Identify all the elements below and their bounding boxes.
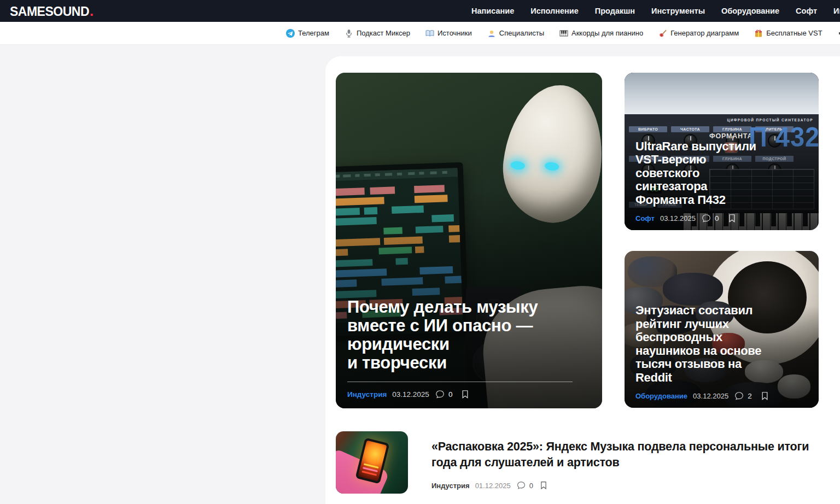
comment-count: 2	[748, 392, 752, 400]
quicklink-free-vst[interactable]: Бесплатные VST	[754, 29, 822, 38]
title-divider	[347, 382, 573, 382]
nav-item-oborudovanie[interactable]: Оборудование	[721, 7, 779, 15]
side-article-card-earbuds[interactable]: Энтузиаст составил рейтинг лучших беспро…	[625, 251, 819, 408]
list-article-thumbnail[interactable]	[336, 431, 408, 494]
nav-item-napisanie[interactable]: Написание	[471, 7, 514, 15]
nav-item-ispolnenie[interactable]: Исполнение	[530, 7, 579, 15]
list-article-title[interactable]: «Распаковка 2025»: Яндекс Музыка подвела…	[431, 439, 828, 471]
top-header: SAMESOUND . Написание Исполнение Продакш…	[0, 0, 840, 22]
comment-count: 0	[529, 482, 533, 490]
nav-item-instrumenty[interactable]: Инструменты	[651, 7, 705, 15]
comment-icon	[701, 213, 711, 224]
featured-article-meta: Индустрия 03.12.2025 0	[347, 389, 592, 400]
comments-link[interactable]: 0	[701, 213, 719, 224]
bookmark-icon	[727, 213, 737, 224]
gift-icon	[754, 29, 763, 38]
comment-icon	[734, 391, 744, 401]
category-link[interactable]: Оборудование	[635, 392, 687, 400]
site-logo[interactable]: SAMESOUND .	[10, 3, 94, 20]
quicklink-label: Бесплатные VST	[766, 29, 822, 37]
comments-link[interactable]: 2	[734, 391, 752, 401]
logo-text: SAMESOUND	[10, 4, 89, 19]
quicklink-sources[interactable]: Источники	[425, 29, 472, 38]
quicklink-label: Источники	[438, 29, 472, 37]
comments-link[interactable]: 0	[435, 389, 453, 400]
category-link[interactable]: Индустрия	[431, 482, 470, 490]
bookmark-button[interactable]	[460, 389, 470, 400]
quick-links-bar: Телеграм Подкаст Миксер Источники Специа…	[0, 22, 840, 45]
quicklink-sound-waves[interactable]: Изучаем звуковые волны	[838, 29, 840, 38]
side-article-meta: Софт 03.12.2025 0	[635, 213, 811, 224]
bookmark-button[interactable]	[727, 213, 737, 224]
specialist-icon	[487, 29, 496, 38]
microphone-icon	[345, 29, 353, 38]
quicklink-podcast[interactable]: Подкаст Миксер	[345, 29, 410, 38]
book-icon	[425, 29, 434, 38]
quicklink-label: Генератор диаграмм	[670, 29, 739, 37]
quicklink-label: Специалисты	[499, 29, 544, 37]
publish-date: 01.12.2025	[475, 482, 511, 490]
comment-icon	[516, 480, 526, 490]
publish-date: 03.12.2025	[693, 392, 728, 400]
main-nav: Написание Исполнение Продакшн Инструмент…	[471, 0, 840, 22]
comment-count: 0	[448, 390, 453, 398]
piano-icon	[559, 29, 568, 38]
bookmark-icon	[460, 389, 470, 400]
nav-item-prodakshn[interactable]: Продакшн	[595, 7, 635, 15]
bookmark-icon	[539, 480, 549, 490]
comment-count: 0	[715, 214, 719, 222]
logo-dot: .	[90, 3, 94, 20]
list-article-row: «Распаковка 2025»: Яндекс Музыка подвела…	[336, 431, 828, 504]
guitar-icon	[658, 29, 667, 38]
side-article-title[interactable]: Энтузиаст составил рейтинг лучших беспро…	[635, 304, 811, 384]
bookmark-button[interactable]	[539, 480, 549, 490]
quicklink-telegram[interactable]: Телеграм	[286, 29, 329, 38]
telegram-icon	[286, 29, 295, 38]
comment-icon	[435, 389, 445, 400]
category-link[interactable]: Индустрия	[347, 390, 387, 398]
quicklink-label: Подкаст Миксер	[357, 29, 410, 37]
featured-article-title[interactable]: Почему делать музыку вместе с ИИ опасно …	[347, 298, 592, 372]
side-article-meta: Оборудование 03.12.2025 2	[635, 391, 811, 401]
list-article-meta: Индустрия 01.12.2025 0	[431, 480, 828, 490]
featured-article-card[interactable]: Почему делать музыку вместе с ИИ опасно …	[336, 73, 602, 408]
publish-date: 03.12.2025	[392, 390, 429, 398]
nav-item-soft[interactable]: Софт	[796, 7, 817, 15]
side-article-card-synth[interactable]: ЦИФРОВОЙ ПРОСТЫЙ СИНТЕЗАТОР ВИБРАТО ЧАСТ…	[625, 73, 819, 230]
bookmark-button[interactable]	[760, 391, 770, 401]
quicklink-piano-chords[interactable]: Аккорды для пианино	[559, 29, 643, 38]
quicklink-diagram-generator[interactable]: Генератор диаграмм	[658, 29, 739, 38]
quicklink-label: Телеграм	[298, 29, 329, 37]
side-article-title[interactable]: UltraRare выпустили VST-версию советског…	[635, 140, 811, 207]
speaker-icon	[838, 29, 840, 38]
quicklink-label: Аккорды для пианино	[571, 29, 643, 37]
comments-link[interactable]: 0	[516, 480, 533, 490]
publish-date: 03.12.2025	[660, 214, 696, 222]
nav-item-industriya[interactable]: Индустрия	[833, 7, 840, 15]
main-content: Почему делать музыку вместе с ИИ опасно …	[325, 56, 840, 504]
category-link[interactable]: Софт	[635, 214, 655, 222]
quicklink-specialists[interactable]: Специалисты	[487, 29, 544, 38]
bookmark-icon	[760, 391, 770, 401]
